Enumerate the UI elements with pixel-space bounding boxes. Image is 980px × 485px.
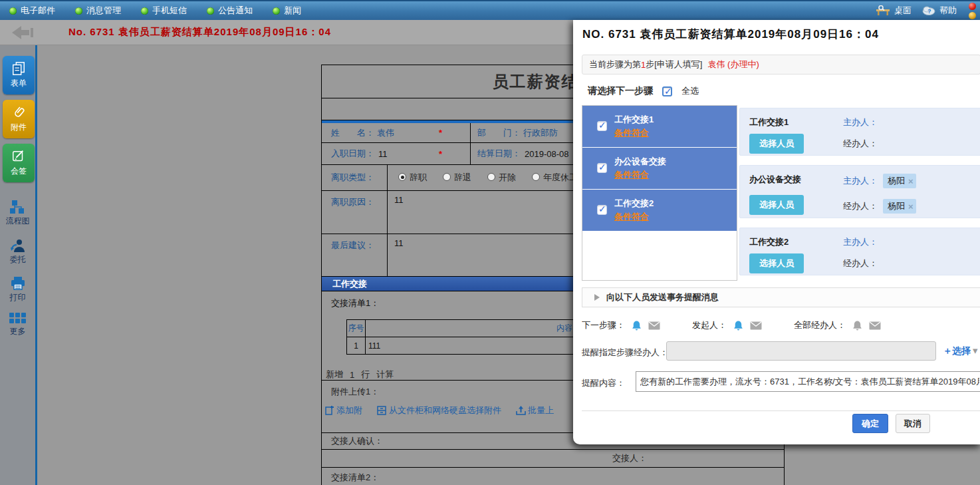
bell-icon-active[interactable] [631,320,642,331]
top-menu-right: 桌面 ? 帮助 [876,3,976,19]
main-person-label: 主办人： [843,116,878,128]
remove-person-icon[interactable]: × [908,176,914,186]
add-row-unit[interactable]: 行 [361,369,370,381]
menu-item-announcements[interactable]: 公告通知 [207,5,253,17]
settle-date-label: 结算日期： [477,148,521,160]
radio-label: 开除 [499,172,516,182]
menu-item-news[interactable]: 新闻 [273,5,301,17]
step-checkbox[interactable] [597,121,607,131]
sidebar-tab-countersign[interactable]: 会签 [3,144,35,182]
condition-link[interactable]: 条件符合 [614,127,649,139]
batch-upload-link[interactable]: 批量上 [516,404,554,416]
page-title: No. 6731 袁伟员工薪资结算单2019年08月09日16：04 [68,26,331,39]
cabinet-select-label: 从文件柜和网络硬盘选择附件 [389,404,501,416]
clear-icon-partial[interactable]: ▾ [973,345,978,357]
step-title: 工作交接2 [614,198,654,210]
select-person-button[interactable]: 选择人员 [749,253,804,273]
mail-icon[interactable] [750,321,762,330]
sidebar-tool-label: 流程图 [6,216,30,227]
radio-dismiss[interactable]: 辞退 [443,172,471,184]
ok-button[interactable]: 确定 [852,414,888,433]
step-checkbox[interactable] [597,205,607,215]
sidebar-tool-delegate[interactable]: 委托 [0,238,35,265]
assign-operator-label: 提醒指定步骤经办人： [582,347,668,359]
sidebar-tab-form[interactable]: 表单 [3,56,35,94]
menu-item-email[interactable]: 电子邮件 [9,5,55,17]
condition-link[interactable]: 条件符合 [614,169,649,181]
paperclip-icon [11,105,26,120]
add-row-count[interactable]: 1 [350,370,354,380]
select-all-checkbox[interactable] [662,86,672,96]
dept-label: 部 门： [477,127,521,139]
menu-item-label: 手机短信 [152,5,187,17]
sidebar-tool-more[interactable]: 更多 [0,313,35,337]
step-person-cards: 工作交接1 选择人员 主办人： 经办人： 办公设备交接 选择人员 主办人： 杨阳… [739,108,980,285]
select-link[interactable]: ＋选择 [943,345,971,357]
step-option-work-handover1[interactable]: 工作交接1 条件符合 [582,106,737,147]
remove-person-icon[interactable]: × [908,202,914,212]
back-arrow-icon[interactable] [12,24,39,41]
handover-list1-label: 交接清单1： [331,297,379,309]
desktop-label: 桌面 [894,5,912,17]
required-mark: * [439,128,442,138]
cabinet-select-link[interactable]: 从文件柜和网络硬盘选择附件 [377,404,501,416]
dept-value: 行政部防 [523,127,558,139]
required-mark: * [439,149,442,159]
batch-upload-label: 批量上 [528,404,554,416]
person-tag[interactable]: 杨阳 × [883,174,916,188]
step-info-person: 袁伟 (办理中) [707,59,759,71]
operator-label: 经办人： [843,138,878,150]
person-tag[interactable]: 杨阳 × [883,199,916,214]
menu-item-messages[interactable]: 消息管理 [75,5,121,17]
add-row-link[interactable]: 新增 [326,369,343,381]
operator-row: 经办人： [843,138,878,150]
handover-person-label: 交接人： [612,452,647,464]
name-cell: 姓 名： 袁伟 * [322,123,471,142]
target-next-step: 下一步骤： [582,319,660,331]
mail-icon[interactable] [869,321,881,330]
hire-date-value: 11 [378,149,388,159]
radio-resign[interactable]: 辞职 [398,172,427,184]
next-step-dialog: NO. 6731 袁伟员工薪资结算单2019年08月09日16：04 当前步骤为… [573,20,980,444]
bell-icon-inactive[interactable] [852,320,863,331]
cloud-question-icon: ? [922,6,935,15]
advice-label: 最后建议： [331,240,374,251]
operator-label: 经办人： [843,257,878,269]
sidebar-tool-flowchart[interactable]: 流程图 [0,200,35,227]
add-file-icon [325,406,334,415]
form-document-icon [11,61,26,76]
calc-link[interactable]: 计算 [376,369,394,381]
step-option-work-handover2[interactable]: 工作交接2 条件符合 [582,190,737,231]
step-option-equipment-handover[interactable]: 办公设备交接 条件符合 [582,148,737,189]
name-label: 姓 名： [331,127,374,139]
cancel-button[interactable]: 取消 [896,414,930,433]
desk-icon [876,5,890,16]
desktop-button[interactable]: 桌面 [876,5,912,17]
assign-operator-input[interactable] [666,341,936,361]
select-person-button[interactable]: 选择人员 [749,195,804,215]
radio-expel[interactable]: 开除 [487,172,516,184]
target-label: 下一步骤： [582,319,625,331]
remind-content-label: 提醒内容： [582,377,625,389]
person-tag-name: 杨阳 [888,175,905,187]
sidebar-tool-print[interactable]: 打印 [0,276,35,303]
select-person-button[interactable]: 选择人员 [749,134,804,154]
bell-icon-active[interactable] [733,320,744,331]
screen: 电子邮件 消息管理 手机短信 公告通知 新闻 [0,0,980,485]
col-header-no: 序号 [347,320,366,337]
remind-section-header[interactable]: 向以下人员发送事务提醒消息 [582,287,980,307]
sidebar-tab-attachment[interactable]: 附件 [3,100,35,138]
remind-content-input[interactable] [636,371,980,392]
add-attachment-link[interactable]: 添加附 [325,404,362,416]
hire-date-label: 入职日期： [331,148,374,160]
step-info-middle: 步[申请人填写] [646,59,702,71]
step-checkbox[interactable] [597,163,607,173]
batch-upload-icon [516,406,526,415]
help-button[interactable]: ? 帮助 [922,5,957,17]
main-person-row: 主办人： 杨阳 × [843,174,916,188]
flowchart-icon [10,200,26,214]
condition-link[interactable]: 条件符合 [614,211,649,223]
mail-icon[interactable] [648,321,660,330]
radio-icon [398,173,406,181]
menu-item-sms[interactable]: 手机短信 [141,5,187,17]
